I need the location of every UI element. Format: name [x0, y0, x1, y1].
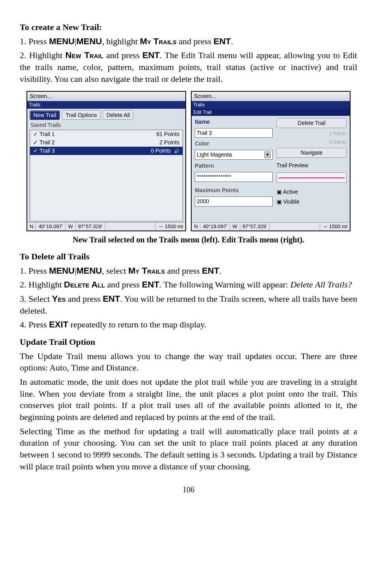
max-points-field[interactable]: 2000 [195, 197, 273, 206]
del-step-4: 4. Press EXIT repeatedly to return to th… [20, 319, 357, 331]
kw-menu: MENU [49, 36, 75, 46]
toolbar: New Trail Trail Options Delete All [27, 109, 185, 121]
t: . [219, 266, 222, 276]
list-item[interactable]: Trail 1 61 Points [30, 130, 183, 138]
kw: EXIT [49, 320, 68, 329]
t: 3. Select [20, 294, 52, 304]
trail-preview-label: Trail Preview [277, 162, 347, 169]
lat-val: 40°19.097' [36, 223, 66, 231]
update-p2: In automatic mode, the unit does not upd… [20, 376, 357, 423]
trail-options-button[interactable]: Trail Options [62, 110, 100, 120]
t: and press [165, 266, 202, 276]
t: and press [104, 50, 143, 60]
titlebar: Screen... [192, 92, 350, 101]
trail-name: Trail 2 [33, 139, 55, 146]
screenshot-row: Screen... Trails New Trail Trail Options… [20, 91, 357, 231]
t: 4. Press [20, 320, 49, 329]
t: and press [105, 280, 142, 289]
kw: My Trails [128, 266, 165, 276]
trail-name: Trail 1 [33, 130, 55, 138]
t: and press [177, 36, 213, 46]
step-1: 1. Press MENU|MENU, highlight My Trails … [20, 36, 357, 47]
ghost-points: 2 Points [277, 130, 347, 137]
new-trail-button[interactable]: New Trail [30, 110, 60, 120]
page-number: 106 [20, 484, 357, 495]
socket-icon: 🔊 [174, 149, 179, 153]
subtitle-trails: Trails [192, 101, 350, 108]
t: 2. Highlight [20, 280, 64, 289]
chevron-down-icon[interactable]: ▼ [264, 151, 271, 158]
status-bar: N 40°19.097' W 97°57.329' ↔ 1500 mi [27, 222, 185, 231]
lat-val: 40°19.097' [200, 223, 230, 231]
kw: ENT [103, 294, 120, 304]
scale: ↔ 1500 mi [320, 223, 350, 231]
kw-newtrail: New Trail [65, 50, 103, 60]
kw-ent: ENT [142, 50, 160, 60]
lon-val: 97°57.329' [240, 223, 270, 231]
kw-menu2: MENU [76, 36, 102, 46]
del-step-1: 1. Press MENU|MENU, select My Trails and… [20, 265, 357, 277]
name-label: Name [195, 118, 273, 126]
ghost-points: 0 Points [277, 139, 347, 146]
list-item-selected[interactable]: Trail 3 0 Points 🔊 [30, 147, 183, 155]
edit-right-col: Delete Trail 2 Points 0 Points Navigate … [277, 118, 347, 220]
kw: MENU [76, 266, 102, 276]
list-item[interactable]: Trail 2 2 Points [30, 138, 183, 147]
lon-val: 97°57.329' [76, 223, 106, 231]
pattern-field[interactable]: **************** [195, 172, 273, 182]
delete-trail-button[interactable]: Delete Trail [277, 118, 347, 128]
delete-all-button[interactable]: Delete All [103, 110, 133, 120]
update-p1: The Update Trail menu allows you to chan… [20, 350, 357, 374]
del-step-2: 2. Highlight Delete All and press ENT. T… [20, 279, 357, 291]
edit-left-col: Name Trail 3 Color Light Magenta ▼ Patte… [195, 118, 273, 220]
saved-trails-list[interactable]: Trail 1 61 Points Trail 2 2 Points Trail… [30, 130, 183, 221]
kw: MENU [49, 266, 75, 276]
trail-points: 2 Points [159, 139, 179, 146]
t: . [231, 36, 233, 46]
titlebar: Screen... [27, 92, 185, 101]
trail-preview [277, 172, 347, 183]
t: repeatedly to return to the map display. [68, 320, 206, 329]
trails-window: Screen... Trails New Trail Trail Options… [26, 91, 186, 231]
visible-checkbox[interactable]: ▣ Visible [277, 198, 347, 206]
saved-trails-label: Saved Trails [27, 121, 185, 129]
warning-text: Delete All Trails? [290, 280, 352, 289]
kw: Delete All [64, 280, 105, 289]
step-2: 2. Highlight New Trail and press ENT. Th… [20, 49, 357, 85]
t: Active [283, 189, 298, 195]
max-points-label: Maximum Points [195, 187, 273, 194]
edit-trail-window: Screen... Trails Edit Trail Name Trail 3… [191, 91, 351, 231]
color-value: Light Magenta [197, 151, 232, 159]
kw-ent: ENT [213, 36, 231, 46]
color-select[interactable]: Light Magenta ▼ [195, 150, 273, 160]
navigate-button[interactable]: Navigate [277, 148, 347, 158]
lon-w: W [230, 223, 240, 231]
trail-points: 0 Points 🔊 [151, 147, 179, 155]
t: , select [102, 266, 128, 276]
scale: ↔ 1500 mi [156, 223, 185, 231]
figure-caption: New Trail selected on the Trails menu (l… [20, 234, 357, 245]
t: 1. Press [20, 266, 49, 276]
heading-update-trail: Update Trail Option [20, 336, 357, 348]
kw: ENT [142, 280, 159, 289]
color-label: Color [195, 140, 273, 147]
trail-name: Trail 3 [33, 147, 55, 155]
kw: Yes [52, 294, 66, 304]
lat-n: N [192, 223, 200, 231]
active-checkbox[interactable]: ▣ Active [277, 188, 347, 196]
pattern-label: Pattern [195, 162, 273, 170]
status-bar: N 40°19.097' W 97°57.329' ↔ 1500 mi [192, 222, 350, 231]
trail-points: 61 Points [156, 130, 179, 138]
heading-create-trail: To create a New Trail: [20, 21, 357, 33]
name-field[interactable]: Trail 3 [195, 128, 273, 138]
edit-pane: Name Trail 3 Color Light Magenta ▼ Patte… [192, 116, 350, 223]
del-step-3: 3. Select Yes and press ENT. You will be… [20, 293, 357, 316]
t: 1. Press [20, 36, 49, 46]
t: 2. Highlight [20, 50, 65, 60]
t: and press [66, 294, 103, 304]
t: , highlight [102, 36, 140, 46]
subtitle-edit-trail: Edit Trail [192, 109, 350, 116]
t: . The following Warning will appear: [159, 280, 290, 289]
update-p3: Selecting Time as the method for updatin… [20, 425, 357, 473]
subtitle-trails: Trails [27, 101, 185, 108]
